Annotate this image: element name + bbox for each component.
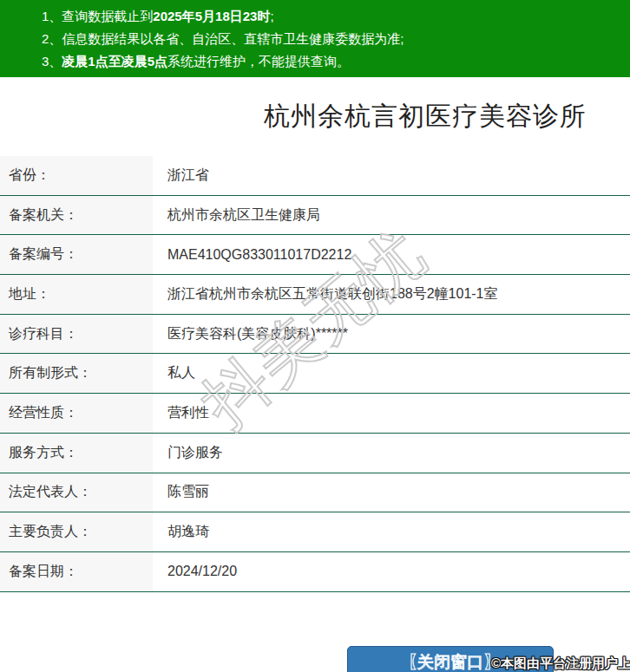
field-value: 浙江省杭州市余杭区五常街道联创街188号2幢101-1室 xyxy=(153,275,630,314)
field-label: 所有制形式： xyxy=(0,354,153,393)
notice-banner: 1、查询数据截止到2025年5月18日23时; 2、信息数据结果以各省、自治区、… xyxy=(0,0,630,77)
field-value: 陈雪丽 xyxy=(153,473,630,512)
title-container: 杭州余杭言初医疗美容诊所 xyxy=(0,99,630,134)
table-row: 服务方式： 门诊服务 xyxy=(0,434,630,473)
info-table: 省份： 浙江省 备案机关： 杭州市余杭区卫生健康局 备案编号： MAE410QG… xyxy=(0,156,630,592)
field-label: 省份： xyxy=(0,156,153,195)
field-label: 经营性质： xyxy=(0,394,153,433)
field-value: 医疗美容科(美容皮肤科)****** xyxy=(153,315,630,354)
field-value: 杭州市余杭区卫生健康局 xyxy=(153,196,630,235)
field-value: 浙江省 xyxy=(153,156,630,195)
table-row: 备案机关： 杭州市余杭区卫生健康局 xyxy=(0,196,630,236)
field-label: 备案编号： xyxy=(0,235,153,274)
table-row: 法定代表人： 陈雪丽 xyxy=(0,473,630,513)
notice-line-2: 2、信息数据结果以各省、自治区、直辖市卫生健康委数据为准; xyxy=(42,28,630,50)
field-value: 胡逸琦 xyxy=(153,512,630,551)
field-label: 地址： xyxy=(0,275,153,314)
notice-text: 系统进行维护，不能提供查询。 xyxy=(167,54,350,69)
notice-text-bold: 2025年5月18日23时 xyxy=(153,9,270,23)
table-row: 备案日期： 2024/12/20 xyxy=(0,552,630,592)
field-label: 法定代表人： xyxy=(0,473,153,512)
clinic-title: 杭州余杭言初医疗美容诊所 xyxy=(0,99,630,134)
field-value: MAE410QG833011017D2212 xyxy=(153,235,630,274)
notice-line-1: 1、查询数据截止到2025年5月18日23时; xyxy=(42,5,630,28)
notice-text: 1、查询数据截止到 xyxy=(42,9,153,23)
field-label: 诊疗科目： xyxy=(0,315,153,354)
table-row: 经营性质： 营利性 xyxy=(0,394,630,434)
field-value: 私人 xyxy=(153,354,630,393)
table-row: 所有制形式： 私人 xyxy=(0,354,630,394)
field-value: 营利性 xyxy=(153,394,630,433)
field-label: 主要负责人： xyxy=(0,512,153,551)
table-row: 主要负责人： 胡逸琦 xyxy=(0,512,630,552)
table-row: 诊疗科目： 医疗美容科(美容皮肤科)****** xyxy=(0,315,630,355)
table-row: 地址： 浙江省杭州市余杭区五常街道联创街188号2幢101-1室 xyxy=(0,275,630,315)
table-row: 备案编号： MAE410QG833011017D2212 xyxy=(0,235,630,275)
notice-text-bold: 凌晨1点至凌晨5点 xyxy=(62,54,167,69)
table-row: 省份： 浙江省 xyxy=(0,156,630,196)
notice-text: 3、 xyxy=(42,54,62,69)
upload-copyright-note: ©本图由平台注册用户上传 xyxy=(491,656,630,672)
field-value: 门诊服务 xyxy=(153,434,630,473)
field-label: 服务方式： xyxy=(0,434,153,473)
notice-text: 2、信息数据结果以各省、自治区、直辖市卫生健康委数据为准; xyxy=(42,31,404,46)
notice-text: ; xyxy=(270,9,273,23)
field-value: 2024/12/20 xyxy=(153,552,630,591)
notice-line-3: 3、凌晨1点至凌晨5点系统进行维护，不能提供查询。 xyxy=(42,50,630,73)
field-label: 备案日期： xyxy=(0,552,153,591)
field-label: 备案机关： xyxy=(0,196,153,235)
